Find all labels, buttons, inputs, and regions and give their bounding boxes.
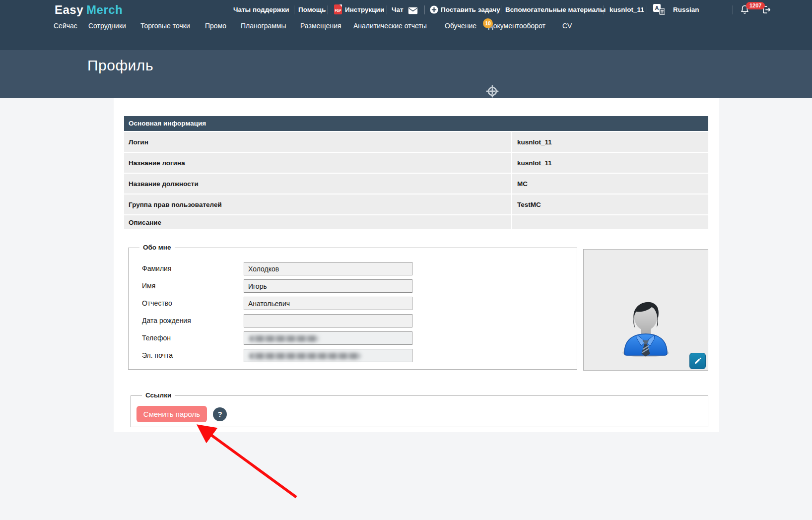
nav-analytics-reports[interactable]: Аналитические отчеты	[353, 22, 427, 30]
fieldset-legend: Ссылки	[142, 391, 175, 399]
row-value: МС	[512, 180, 708, 188]
change-password-button[interactable]: Сменить пароль	[136, 406, 207, 422]
row-value: kusnlot_11	[512, 159, 708, 167]
nav-planograms[interactable]: Планограммы	[241, 22, 286, 30]
page-header: Профиль	[0, 50, 812, 98]
training-count-badge: 10	[483, 18, 493, 28]
field-label: Дата рождения	[142, 317, 191, 325]
email-field[interactable]	[244, 349, 412, 362]
menu-divider	[328, 5, 328, 14]
field-row: Имя	[129, 279, 577, 293]
menu-divider	[424, 5, 425, 14]
row-value: TestMC	[512, 201, 708, 208]
menu-divider	[387, 5, 387, 14]
row-label: Группа прав пользователей	[124, 195, 512, 214]
topbar: EasyMerch Чаты поддержки Помощь PDF Инст…	[0, 0, 812, 50]
field-label: Фамилия	[142, 264, 171, 272]
fieldset-legend: Обо мне	[139, 244, 175, 251]
row-label: Логин	[124, 132, 512, 152]
row-label: Описание	[124, 215, 512, 229]
last-name-field[interactable]	[244, 262, 412, 275]
page-title: Профиль	[87, 57, 153, 74]
field-label: Имя	[142, 282, 155, 290]
row-value: kusnlot_11	[512, 138, 708, 146]
field-row: Отчество	[129, 297, 577, 310]
nav-placements[interactable]: Размещения	[300, 22, 341, 30]
menu-support-chats[interactable]: Чаты поддержки	[233, 6, 289, 13]
menu-divider	[501, 5, 501, 14]
menu-materials[interactable]: Вспомогательные материалы	[505, 6, 606, 13]
avatar	[613, 297, 678, 363]
translate-secondary-glyph	[659, 8, 665, 15]
menu-help[interactable]: Помощь	[298, 6, 326, 13]
field-label: Телефон	[142, 334, 171, 342]
profile-content: Основная информация Логин kusnlot_11 Наз…	[114, 98, 719, 432]
middle-name-field[interactable]	[244, 297, 412, 310]
menu-divider	[733, 5, 733, 14]
nav-employees[interactable]: Сотрудники	[88, 22, 126, 30]
language-selector[interactable]: Russian	[673, 6, 699, 13]
field-row: Эл. почта	[129, 349, 577, 362]
row-label: Название должности	[124, 174, 512, 194]
help-icon[interactable]: ?	[213, 407, 227, 421]
redacted-email-value	[249, 353, 361, 359]
menu-instructions[interactable]: Инструкции	[345, 6, 384, 13]
row-label: Название логина	[124, 153, 512, 173]
menu-create-task[interactable]: Поставить задачу	[441, 6, 500, 13]
table-row: Название логина kusnlot_11	[124, 153, 708, 173]
easymerch-app: EasyMerch Чаты поддержки Помощь PDF Инст…	[0, 0, 812, 520]
pdf-icon: PDF	[334, 4, 342, 14]
envelope-icon[interactable]	[408, 7, 418, 16]
nav-training[interactable]: Обучение	[445, 22, 476, 30]
notifications-count-badge: 1207	[746, 2, 765, 9]
field-row: Фамилия	[129, 262, 577, 275]
redacted-phone-value	[249, 335, 319, 342]
plus-circle-icon[interactable]	[430, 5, 438, 16]
birth-date-field[interactable]	[244, 314, 412, 327]
translate-icon[interactable]: A	[653, 4, 665, 15]
menu-divider	[294, 5, 294, 14]
links-fieldset: Ссылки Сменить пароль ?	[131, 395, 708, 427]
nav-now[interactable]: Сейчас	[54, 22, 77, 30]
easymerch-logo[interactable]: EasyMerch	[55, 3, 123, 17]
phone-field[interactable]	[244, 331, 412, 345]
nav-cv[interactable]: CV	[562, 22, 572, 30]
table-row: Описание	[124, 215, 708, 229]
logo-easy: Easy	[55, 3, 83, 16]
field-label: Эл. почта	[142, 351, 173, 359]
menu-divider	[604, 5, 604, 14]
nav-document-flow[interactable]: Документооборот	[488, 22, 545, 30]
nav-stores[interactable]: Торговые точки	[140, 22, 190, 30]
crosshair-icon[interactable]	[486, 85, 499, 100]
first-name-field[interactable]	[244, 279, 412, 293]
basic-info-table: Основная информация Логин kusnlot_11 Наз…	[124, 116, 708, 229]
table-row: Группа прав пользователей TestMC	[124, 195, 708, 214]
logo-merch: Merch	[86, 3, 123, 16]
about-me-fieldset: Обо мне Фамилия Имя Отчество Дата рожден…	[128, 248, 577, 370]
field-row: Дата рождения	[129, 314, 577, 327]
field-label: Отчество	[142, 299, 172, 307]
user-menu[interactable]: kusnlot_11	[609, 6, 644, 13]
menu-chat[interactable]: Чат	[392, 6, 404, 13]
profile-photo-box	[583, 249, 708, 371]
table-row: Логин kusnlot_11	[124, 132, 708, 152]
nav-promo[interactable]: Промо	[205, 22, 226, 30]
menu-divider	[647, 5, 647, 14]
field-row: Телефон	[129, 331, 577, 345]
edit-photo-button[interactable]	[689, 353, 706, 369]
table-row: Название должности МС	[124, 174, 708, 194]
table-header: Основная информация	[124, 116, 708, 131]
